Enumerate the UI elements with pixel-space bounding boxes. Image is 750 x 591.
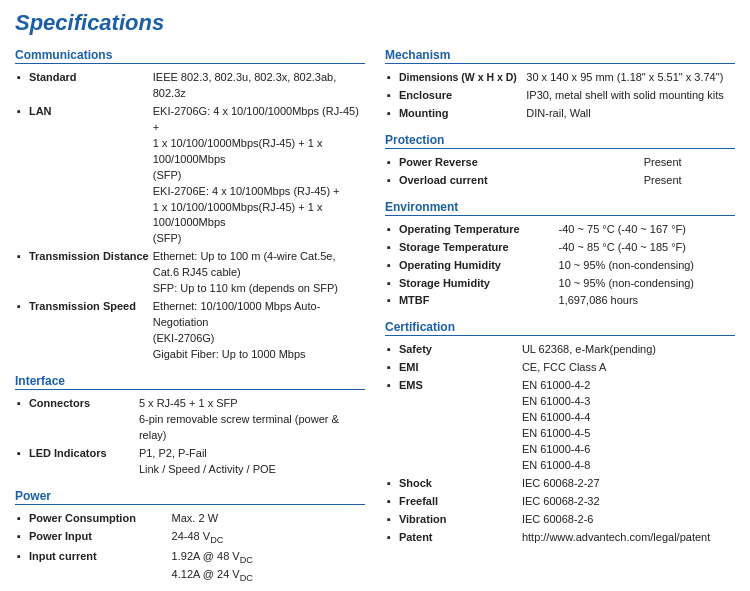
table-interface: ▪ Connectors 5 x RJ-45 + 1 x SFP 6-pin r… bbox=[15, 395, 365, 479]
bullet: ▪ bbox=[15, 69, 27, 103]
row-value: 1 Relay Output, 1 A @ 24 VDC bbox=[170, 587, 365, 591]
table-power: ▪ Power Consumption Max. 2 W ▪ Power Inp… bbox=[15, 510, 365, 591]
bullet: ▪ bbox=[385, 172, 397, 190]
row-label: Connectors bbox=[27, 395, 137, 445]
table-row: ▪ Connectors 5 x RJ-45 + 1 x SFP 6-pin r… bbox=[15, 395, 365, 445]
bullet: ▪ bbox=[385, 257, 397, 275]
table-row: ▪ Fault Output 1 Relay Output, 1 A @ 24 … bbox=[15, 587, 365, 591]
row-value: Ethernet: Up to 100 m (4-wire Cat.5e, Ca… bbox=[151, 248, 365, 298]
bullet: ▪ bbox=[15, 587, 27, 591]
bullet: ▪ bbox=[385, 341, 397, 359]
row-value: 30 x 140 x 95 mm (1.18" x 5.51" x 3.74") bbox=[524, 69, 735, 87]
row-label: Transmission Speed bbox=[27, 298, 151, 364]
table-row: ▪ Dimensions (W x H x D) 30 x 140 x 95 m… bbox=[385, 69, 735, 87]
row-label: Transmission Distance bbox=[27, 248, 151, 298]
table-row: ▪ Shock IEC 60068-2-27 bbox=[385, 475, 735, 493]
row-value: IP30, metal shell with solid mounting ki… bbox=[524, 87, 735, 105]
table-row: ▪ Power Input 24-48 VDC bbox=[15, 528, 365, 548]
row-label: Enclosure bbox=[397, 87, 524, 105]
bullet: ▪ bbox=[385, 154, 397, 172]
row-label: Shock bbox=[397, 475, 520, 493]
row-label: Operating Humidity bbox=[397, 257, 557, 275]
row-value: P1, P2, P-Fail Link / Speed / Activity /… bbox=[137, 445, 365, 479]
bullet: ▪ bbox=[385, 475, 397, 493]
row-label: Safety bbox=[397, 341, 520, 359]
bullet: ▪ bbox=[15, 548, 27, 587]
table-row: ▪ Transmission Distance Ethernet: Up to … bbox=[15, 248, 365, 298]
row-label: Operating Temperature bbox=[397, 221, 557, 239]
table-row: ▪ Mounting DIN-rail, Wall bbox=[385, 105, 735, 123]
row-value: IEC 60068-2-32 bbox=[520, 493, 735, 511]
table-environment: ▪ Operating Temperature -40 ~ 75 °C (-40… bbox=[385, 221, 735, 311]
row-value: -40 ~ 85 °C (-40 ~ 185 °F) bbox=[557, 239, 735, 257]
row-value: 5 x RJ-45 + 1 x SFP 6-pin removable scre… bbox=[137, 395, 365, 445]
table-row: ▪ EMS EN 61000-4-2 EN 61000-4-3 EN 61000… bbox=[385, 377, 735, 475]
bullet: ▪ bbox=[385, 493, 397, 511]
bullet: ▪ bbox=[385, 239, 397, 257]
row-label: MTBF bbox=[397, 292, 557, 310]
row-label: Vibration bbox=[397, 511, 520, 529]
table-row: ▪ Input current 1.92A @ 48 VDC 4.12A @ 2… bbox=[15, 548, 365, 587]
bullet: ▪ bbox=[385, 221, 397, 239]
bullet: ▪ bbox=[385, 511, 397, 529]
section-mechanism: Mechanism bbox=[385, 48, 735, 64]
table-row: ▪ Storage Humidity 10 ~ 95% (non-condens… bbox=[385, 275, 735, 293]
table-communications: ▪ Standard IEEE 802.3, 802.3u, 802.3x, 8… bbox=[15, 69, 365, 364]
table-row: ▪ Overload current Present bbox=[385, 172, 735, 190]
row-value: 10 ~ 95% (non-condensing) bbox=[557, 257, 735, 275]
table-row: ▪ Standard IEEE 802.3, 802.3u, 802.3x, 8… bbox=[15, 69, 365, 103]
row-label: Mounting bbox=[397, 105, 524, 123]
table-row: ▪ Safety UL 62368, e-Mark(pending) bbox=[385, 341, 735, 359]
bullet: ▪ bbox=[15, 248, 27, 298]
table-row: ▪ Storage Temperature -40 ~ 85 °C (-40 ~… bbox=[385, 239, 735, 257]
row-value: 1,697,086 hours bbox=[557, 292, 735, 310]
bullet: ▪ bbox=[385, 292, 397, 310]
table-row: ▪ Operating Temperature -40 ~ 75 °C (-40… bbox=[385, 221, 735, 239]
row-label: EMI bbox=[397, 359, 520, 377]
row-value: DIN-rail, Wall bbox=[524, 105, 735, 123]
row-label: EMS bbox=[397, 377, 520, 475]
bullet: ▪ bbox=[385, 105, 397, 123]
row-label: Power Consumption bbox=[27, 510, 170, 528]
table-certification: ▪ Safety UL 62368, e-Mark(pending) ▪ EMI… bbox=[385, 341, 735, 546]
section-communications: Communications bbox=[15, 48, 365, 64]
row-label: Freefall bbox=[397, 493, 520, 511]
bullet: ▪ bbox=[15, 510, 27, 528]
row-label: Power Input bbox=[27, 528, 170, 548]
table-mechanism: ▪ Dimensions (W x H x D) 30 x 140 x 95 m… bbox=[385, 69, 735, 123]
row-value: IEC 60068-2-27 bbox=[520, 475, 735, 493]
row-value: Ethernet: 10/100/1000 Mbps Auto-Negotiat… bbox=[151, 298, 365, 364]
row-label: Storage Humidity bbox=[397, 275, 557, 293]
row-value: UL 62368, e-Mark(pending) bbox=[520, 341, 735, 359]
row-label: LED Indicators bbox=[27, 445, 137, 479]
row-value: Present bbox=[642, 154, 735, 172]
row-value: Present bbox=[642, 172, 735, 190]
table-row: ▪ Operating Humidity 10 ~ 95% (non-conde… bbox=[385, 257, 735, 275]
bullet: ▪ bbox=[385, 529, 397, 547]
row-value: http://www.advantech.com/legal/patent bbox=[520, 529, 735, 547]
section-interface: Interface bbox=[15, 374, 365, 390]
row-label: Power Reverse bbox=[397, 154, 642, 172]
row-label: LAN bbox=[27, 103, 151, 248]
table-row: ▪ MTBF 1,697,086 hours bbox=[385, 292, 735, 310]
row-label: Input current bbox=[27, 548, 170, 587]
section-environment: Environment bbox=[385, 200, 735, 216]
row-value: IEC 60068-2-6 bbox=[520, 511, 735, 529]
two-col-layout: Communications ▪ Standard IEEE 802.3, 80… bbox=[15, 48, 735, 591]
bullet: ▪ bbox=[385, 69, 397, 87]
table-row: ▪ Enclosure IP30, metal shell with solid… bbox=[385, 87, 735, 105]
bullet: ▪ bbox=[15, 528, 27, 548]
table-protection: ▪ Power Reverse Present ▪ Overload curre… bbox=[385, 154, 735, 190]
page-title: Specifications bbox=[15, 10, 735, 36]
row-value: Max. 2 W bbox=[170, 510, 365, 528]
table-row: ▪ LAN EKI-2706G: 4 x 10/100/1000Mbps (RJ… bbox=[15, 103, 365, 248]
row-label: Dimensions (W x H x D) bbox=[397, 69, 524, 87]
row-label: Fault Output bbox=[27, 587, 170, 591]
bullet: ▪ bbox=[15, 445, 27, 479]
bullet: ▪ bbox=[15, 103, 27, 248]
page-wrapper: Specifications Communications ▪ Standard… bbox=[0, 0, 750, 591]
table-row: ▪ Freefall IEC 60068-2-32 bbox=[385, 493, 735, 511]
row-value: 1.92A @ 48 VDC 4.12A @ 24 VDC bbox=[170, 548, 365, 587]
row-label: Storage Temperature bbox=[397, 239, 557, 257]
bullet: ▪ bbox=[385, 359, 397, 377]
